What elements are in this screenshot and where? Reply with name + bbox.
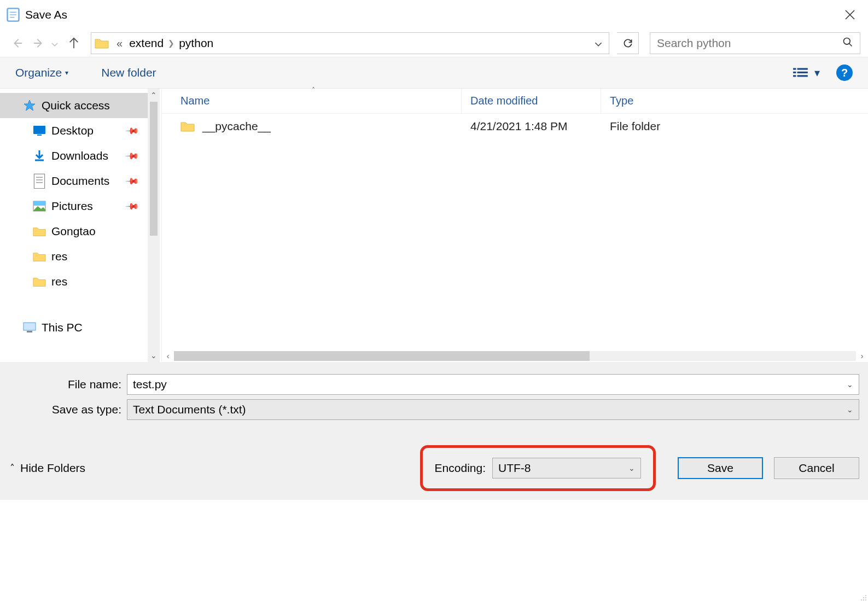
svg-rect-9 xyxy=(797,68,808,69)
svg-rect-21 xyxy=(33,201,45,206)
new-folder-button[interactable]: New folder xyxy=(101,66,156,79)
organize-label: Organize xyxy=(15,66,62,79)
chevron-down-icon: ▾ xyxy=(814,66,820,79)
organize-button[interactable]: Organize ▾ xyxy=(15,66,68,79)
titlebar: Save As xyxy=(0,0,868,30)
help-button[interactable]: ? xyxy=(836,65,853,81)
folder-icon xyxy=(33,225,46,238)
svg-rect-22 xyxy=(24,323,36,330)
resize-grip-icon[interactable] xyxy=(858,591,867,600)
scroll-left-icon[interactable]: ‹ xyxy=(162,352,174,360)
chevron-down-icon xyxy=(595,42,602,47)
nav-forward-button[interactable] xyxy=(30,34,48,52)
search-box[interactable] xyxy=(650,32,860,54)
sidebar-item-label: res xyxy=(51,275,67,288)
svg-point-27 xyxy=(861,599,862,600)
svg-point-24 xyxy=(865,595,866,596)
save-button[interactable]: Save xyxy=(678,457,763,479)
encoding-highlight: Encoding: UTF-8 ⌄ xyxy=(420,445,656,491)
breadcrumb-overflow-icon[interactable]: « xyxy=(116,37,123,50)
toolbar: Organize ▾ New folder ▾ ? xyxy=(0,57,868,89)
sidebar-item-res-1[interactable]: res xyxy=(0,244,148,269)
scroll-up-icon[interactable]: ⌃ xyxy=(150,91,157,100)
saveastype-label: Save as type: xyxy=(9,403,127,416)
breadcrumb-parent[interactable]: extend xyxy=(126,37,167,50)
cancel-button[interactable]: Cancel xyxy=(774,457,859,479)
chevron-down-icon: ▾ xyxy=(65,69,68,77)
column-header-name[interactable]: ˄ Name xyxy=(162,89,462,113)
sidebar-item-desktop[interactable]: Desktop 📌 xyxy=(0,118,148,143)
column-header-type[interactable]: Type xyxy=(601,89,868,113)
chevron-down-icon[interactable]: ⌄ xyxy=(628,464,635,472)
sidebar-item-this-pc[interactable]: This PC xyxy=(0,315,148,340)
search-icon[interactable] xyxy=(842,37,853,50)
column-label: Date modified xyxy=(470,95,538,107)
filename-input[interactable]: test.py ⌄ xyxy=(127,374,859,395)
new-folder-label: New folder xyxy=(101,66,156,79)
view-details-icon xyxy=(793,67,809,79)
chevron-down-icon[interactable]: ⌄ xyxy=(847,380,853,389)
scroll-down-icon[interactable]: ⌄ xyxy=(150,351,157,360)
sidebar-item-label: This PC xyxy=(42,321,83,334)
pin-icon: 📌 xyxy=(125,199,140,214)
svg-rect-16 xyxy=(34,174,44,188)
file-rows[interactable]: __pycache__ 4/21/2021 1:48 PM File folde… xyxy=(162,114,868,350)
address-dropdown[interactable] xyxy=(591,37,605,50)
hide-folders-button[interactable]: ˄ Hide Folders xyxy=(9,462,85,475)
file-row[interactable]: __pycache__ 4/21/2021 1:48 PM File folde… xyxy=(162,114,868,139)
file-name: __pycache__ xyxy=(202,120,271,133)
column-header-date[interactable]: Date modified xyxy=(462,89,601,113)
window-title: Save As xyxy=(25,8,67,21)
sidebar-scrollbar[interactable]: ⌃ ⌄ xyxy=(148,89,160,362)
folder-icon xyxy=(95,37,109,49)
breadcrumb-separator-icon[interactable]: ❯ xyxy=(168,39,174,48)
nav-row: « extend ❯ python xyxy=(0,30,868,57)
sidebar-item-res-2[interactable]: res xyxy=(0,269,148,294)
sidebar-item-documents[interactable]: Documents 📌 xyxy=(0,168,148,194)
column-label: Name xyxy=(180,95,209,107)
svg-rect-23 xyxy=(27,331,32,332)
sidebar-item-gongtao[interactable]: Gongtao xyxy=(0,219,148,244)
chevron-down-icon[interactable]: ⌄ xyxy=(847,405,853,414)
pin-icon: 📌 xyxy=(125,173,140,189)
svg-rect-11 xyxy=(797,72,808,73)
folder-icon xyxy=(180,120,195,132)
horizontal-scrollbar[interactable]: ‹ › xyxy=(162,350,868,362)
scroll-thumb[interactable] xyxy=(150,102,158,236)
sidebar-item-label: Quick access xyxy=(42,99,110,112)
pin-icon: 📌 xyxy=(125,148,140,164)
view-options-button[interactable]: ▾ xyxy=(793,66,820,79)
nav-up-button[interactable] xyxy=(65,34,83,52)
scroll-thumb[interactable] xyxy=(174,351,590,361)
chevron-down-icon xyxy=(51,43,58,47)
saveastype-select[interactable]: Text Documents (*.txt) ⌄ xyxy=(127,399,859,420)
sidebar-item-label: Documents xyxy=(51,174,109,188)
svg-rect-13 xyxy=(797,75,808,77)
sidebar-item-downloads[interactable]: Downloads 📌 xyxy=(0,143,148,168)
breadcrumb-current[interactable]: python xyxy=(176,37,217,50)
nav-history-dropdown[interactable] xyxy=(51,37,61,50)
refresh-icon xyxy=(622,38,633,49)
sidebar-item-quick-access[interactable]: Quick access xyxy=(0,93,148,118)
encoding-select[interactable]: UTF-8 ⌄ xyxy=(492,458,641,479)
sidebar-item-label: Downloads xyxy=(51,149,108,162)
nav-back-button[interactable] xyxy=(8,34,26,52)
svg-point-6 xyxy=(844,38,850,44)
filename-value: test.py xyxy=(133,378,167,391)
help-icon: ? xyxy=(841,67,848,79)
sort-ascending-icon: ˄ xyxy=(312,86,315,94)
svg-rect-8 xyxy=(793,68,796,69)
sidebar-item-pictures[interactable]: Pictures 📌 xyxy=(0,194,148,219)
refresh-button[interactable] xyxy=(617,32,639,54)
cancel-label: Cancel xyxy=(799,462,834,475)
svg-rect-15 xyxy=(37,135,42,136)
column-label: Type xyxy=(610,95,633,107)
close-button[interactable] xyxy=(837,2,863,27)
svg-line-7 xyxy=(849,43,852,46)
scroll-right-icon[interactable]: › xyxy=(856,352,868,360)
address-bar[interactable]: « extend ❯ python xyxy=(91,32,609,54)
file-list: ˄ Name Date modified Type __pycache__ 4/… xyxy=(161,89,868,362)
folder-icon xyxy=(33,275,46,288)
this-pc-icon xyxy=(23,321,36,334)
search-input[interactable] xyxy=(657,37,842,50)
